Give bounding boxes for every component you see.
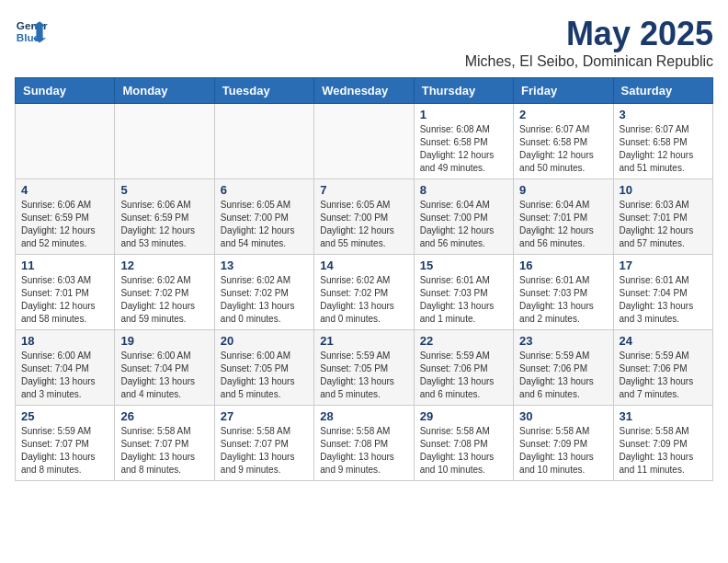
calendar-cell: 5Sunrise: 6:06 AM Sunset: 6:59 PM Daylig… <box>115 179 214 255</box>
day-info: Sunrise: 5:58 AM Sunset: 7:09 PM Dayligh… <box>620 425 707 477</box>
calendar-week-2: 4Sunrise: 6:06 AM Sunset: 6:59 PM Daylig… <box>16 179 713 255</box>
calendar-cell <box>214 104 313 179</box>
day-info: Sunrise: 6:01 AM Sunset: 7:03 PM Dayligh… <box>519 274 607 326</box>
calendar-cell: 24Sunrise: 5:59 AM Sunset: 7:06 PM Dayli… <box>613 330 712 406</box>
title-area: May 2025 Miches, El Seibo, Dominican Rep… <box>465 15 713 70</box>
calendar-cell: 26Sunrise: 5:58 AM Sunset: 7:07 PM Dayli… <box>115 406 214 481</box>
logo-icon: General Blue <box>15 15 48 48</box>
day-number: 20 <box>221 334 308 348</box>
weekday-header-thursday: Thursday <box>414 78 513 104</box>
day-info: Sunrise: 5:58 AM Sunset: 7:08 PM Dayligh… <box>320 425 407 477</box>
day-info: Sunrise: 5:59 AM Sunset: 7:05 PM Dayligh… <box>320 350 407 401</box>
day-info: Sunrise: 6:04 AM Sunset: 7:01 PM Dayligh… <box>519 199 607 250</box>
day-info: Sunrise: 5:59 AM Sunset: 7:06 PM Dayligh… <box>620 350 707 401</box>
day-info: Sunrise: 6:06 AM Sunset: 6:59 PM Dayligh… <box>21 199 108 250</box>
day-number: 3 <box>620 108 707 121</box>
day-number: 29 <box>420 409 507 423</box>
calendar-cell: 16Sunrise: 6:01 AM Sunset: 7:03 PM Dayli… <box>514 255 613 330</box>
month-title: May 2025 <box>465 15 713 53</box>
calendar-cell: 21Sunrise: 5:59 AM Sunset: 7:05 PM Dayli… <box>314 330 414 406</box>
calendar-cell <box>115 104 214 179</box>
day-number: 4 <box>21 183 108 197</box>
calendar-cell: 9Sunrise: 6:04 AM Sunset: 7:01 PM Daylig… <box>514 179 613 255</box>
day-info: Sunrise: 6:00 AM Sunset: 7:04 PM Dayligh… <box>120 350 208 401</box>
logo: General Blue <box>15 15 48 48</box>
day-number: 12 <box>120 259 208 272</box>
day-info: Sunrise: 6:06 AM Sunset: 6:59 PM Dayligh… <box>120 199 208 250</box>
calendar-cell: 19Sunrise: 6:00 AM Sunset: 7:04 PM Dayli… <box>115 330 214 406</box>
day-number: 17 <box>620 259 707 272</box>
calendar-week-4: 18Sunrise: 6:00 AM Sunset: 7:04 PM Dayli… <box>16 330 713 406</box>
calendar-cell: 23Sunrise: 5:59 AM Sunset: 7:06 PM Dayli… <box>514 330 613 406</box>
weekday-header-tuesday: Tuesday <box>214 78 313 104</box>
day-number: 25 <box>21 409 108 423</box>
calendar-cell: 4Sunrise: 6:06 AM Sunset: 6:59 PM Daylig… <box>16 179 115 255</box>
day-number: 21 <box>320 334 407 348</box>
calendar-cell: 29Sunrise: 5:58 AM Sunset: 7:08 PM Dayli… <box>414 406 513 481</box>
day-info: Sunrise: 6:01 AM Sunset: 7:04 PM Dayligh… <box>620 274 707 326</box>
day-info: Sunrise: 6:05 AM Sunset: 7:00 PM Dayligh… <box>221 199 308 250</box>
day-number: 8 <box>420 183 507 197</box>
day-info: Sunrise: 5:59 AM Sunset: 7:07 PM Dayligh… <box>21 425 108 477</box>
day-info: Sunrise: 5:58 AM Sunset: 7:07 PM Dayligh… <box>221 425 308 477</box>
weekday-header-friday: Friday <box>514 78 613 104</box>
day-number: 5 <box>120 183 208 197</box>
day-number: 9 <box>519 183 607 197</box>
day-number: 27 <box>221 409 308 423</box>
calendar-week-3: 11Sunrise: 6:03 AM Sunset: 7:01 PM Dayli… <box>16 255 713 330</box>
calendar-cell: 13Sunrise: 6:02 AM Sunset: 7:02 PM Dayli… <box>214 255 313 330</box>
day-info: Sunrise: 6:03 AM Sunset: 7:01 PM Dayligh… <box>620 199 707 250</box>
calendar-cell: 3Sunrise: 6:07 AM Sunset: 6:58 PM Daylig… <box>613 104 712 179</box>
calendar-cell <box>314 104 414 179</box>
calendar-cell: 27Sunrise: 5:58 AM Sunset: 7:07 PM Dayli… <box>214 406 313 481</box>
calendar-cell: 6Sunrise: 6:05 AM Sunset: 7:00 PM Daylig… <box>214 179 313 255</box>
day-number: 22 <box>420 334 507 348</box>
day-number: 18 <box>21 334 108 348</box>
day-info: Sunrise: 6:00 AM Sunset: 7:05 PM Dayligh… <box>221 350 308 401</box>
day-number: 26 <box>120 409 208 423</box>
calendar-cell: 31Sunrise: 5:58 AM Sunset: 7:09 PM Dayli… <box>613 406 712 481</box>
day-number: 19 <box>120 334 208 348</box>
day-number: 14 <box>320 259 407 272</box>
day-number: 31 <box>620 409 707 423</box>
header: General Blue May 2025 Miches, El Seibo, … <box>15 15 713 70</box>
weekday-header-sunday: Sunday <box>16 78 115 104</box>
day-info: Sunrise: 6:02 AM Sunset: 7:02 PM Dayligh… <box>221 274 308 326</box>
day-number: 6 <box>221 183 308 197</box>
weekday-header-wednesday: Wednesday <box>314 78 414 104</box>
day-info: Sunrise: 5:58 AM Sunset: 7:08 PM Dayligh… <box>420 425 507 477</box>
day-number: 30 <box>519 409 607 423</box>
calendar-week-5: 25Sunrise: 5:59 AM Sunset: 7:07 PM Dayli… <box>16 406 713 481</box>
day-number: 1 <box>420 108 507 121</box>
day-number: 2 <box>519 108 607 121</box>
day-info: Sunrise: 6:03 AM Sunset: 7:01 PM Dayligh… <box>21 274 108 326</box>
day-info: Sunrise: 6:08 AM Sunset: 6:58 PM Dayligh… <box>420 123 507 175</box>
weekday-header-monday: Monday <box>115 78 214 104</box>
calendar-cell: 2Sunrise: 6:07 AM Sunset: 6:58 PM Daylig… <box>514 104 613 179</box>
day-info: Sunrise: 5:58 AM Sunset: 7:09 PM Dayligh… <box>519 425 607 477</box>
location-title: Miches, El Seibo, Dominican Republic <box>465 53 713 70</box>
day-info: Sunrise: 6:02 AM Sunset: 7:02 PM Dayligh… <box>320 274 407 326</box>
day-number: 7 <box>320 183 407 197</box>
day-info: Sunrise: 5:59 AM Sunset: 7:06 PM Dayligh… <box>519 350 607 401</box>
calendar-cell: 1Sunrise: 6:08 AM Sunset: 6:58 PM Daylig… <box>414 104 513 179</box>
day-number: 15 <box>420 259 507 272</box>
calendar-cell: 20Sunrise: 6:00 AM Sunset: 7:05 PM Dayli… <box>214 330 313 406</box>
day-number: 16 <box>519 259 607 272</box>
weekday-header-row: SundayMondayTuesdayWednesdayThursdayFrid… <box>16 78 713 104</box>
day-info: Sunrise: 6:04 AM Sunset: 7:00 PM Dayligh… <box>420 199 507 250</box>
day-info: Sunrise: 5:59 AM Sunset: 7:06 PM Dayligh… <box>420 350 507 401</box>
day-info: Sunrise: 5:58 AM Sunset: 7:07 PM Dayligh… <box>120 425 208 477</box>
calendar-cell: 17Sunrise: 6:01 AM Sunset: 7:04 PM Dayli… <box>613 255 712 330</box>
day-number: 11 <box>21 259 108 272</box>
day-info: Sunrise: 6:07 AM Sunset: 6:58 PM Dayligh… <box>519 123 607 175</box>
calendar-cell: 11Sunrise: 6:03 AM Sunset: 7:01 PM Dayli… <box>16 255 115 330</box>
calendar-cell: 18Sunrise: 6:00 AM Sunset: 7:04 PM Dayli… <box>16 330 115 406</box>
calendar-cell: 15Sunrise: 6:01 AM Sunset: 7:03 PM Dayli… <box>414 255 513 330</box>
day-number: 28 <box>320 409 407 423</box>
calendar-cell: 8Sunrise: 6:04 AM Sunset: 7:00 PM Daylig… <box>414 179 513 255</box>
day-info: Sunrise: 6:07 AM Sunset: 6:58 PM Dayligh… <box>620 123 707 175</box>
day-info: Sunrise: 6:01 AM Sunset: 7:03 PM Dayligh… <box>420 274 507 326</box>
calendar-cell: 30Sunrise: 5:58 AM Sunset: 7:09 PM Dayli… <box>514 406 613 481</box>
calendar-cell: 7Sunrise: 6:05 AM Sunset: 7:00 PM Daylig… <box>314 179 414 255</box>
